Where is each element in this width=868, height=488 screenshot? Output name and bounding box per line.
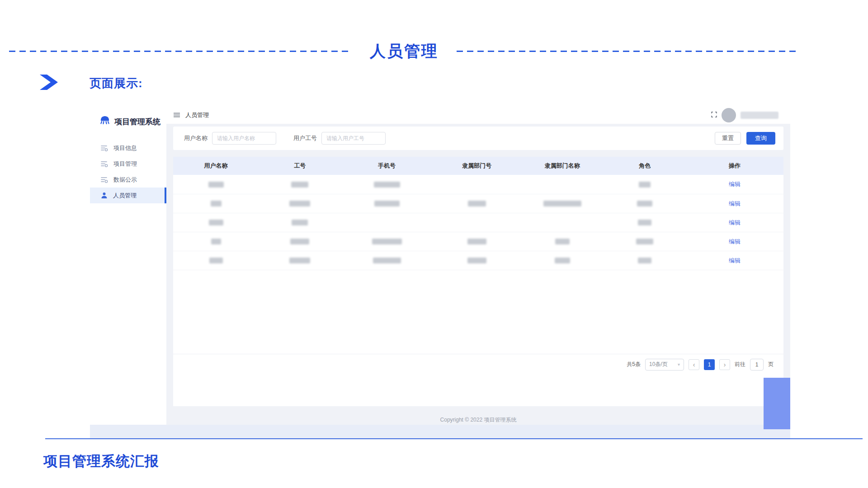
column-header: 隶属部门号 — [433, 157, 521, 175]
userid-input[interactable] — [321, 132, 386, 145]
redacted-cell-value — [208, 182, 224, 188]
sidebar-item-1[interactable]: 项目信息 — [90, 140, 166, 156]
right-dashed-line — [457, 51, 799, 52]
edit-link[interactable]: 编辑 — [729, 181, 741, 188]
app-screenshot: 项目管理系统 项目信息项目管理数据公示人员管理 人员管理 — [90, 107, 790, 438]
table-row: 编辑 — [173, 232, 783, 251]
redacted-cell-value — [467, 239, 486, 244]
chevron-bullet-icon — [40, 75, 58, 92]
redacted-cell-value — [638, 220, 651, 225]
presentation-slide: 人员管理 页面展示: 项目管理系统 项目信息项目管理数据公示人员管理 — [0, 0, 868, 488]
title-band: 人员管理 — [9, 41, 799, 62]
redacted-cell-value — [211, 201, 222, 206]
search-card: 用户名称 用户工号 重置 查询 — [173, 127, 783, 150]
section-label: 页面展示: — [90, 75, 143, 91]
card-bottom-padding — [173, 375, 783, 406]
sidebar-item-label: 项目管理 — [113, 160, 137, 168]
redacted-cell-value — [636, 239, 653, 244]
sidebar-item-4[interactable]: 人员管理 — [90, 188, 166, 203]
redacted-cell-value — [543, 201, 581, 206]
column-header: 角色 — [604, 157, 686, 175]
table-row: 编辑 — [173, 175, 783, 194]
reset-button[interactable]: 重置 — [715, 132, 741, 145]
decorative-blue-rectangle — [764, 378, 790, 429]
redacted-cell-value — [555, 239, 570, 244]
edit-link[interactable]: 编辑 — [729, 219, 741, 226]
logo-row: 项目管理系统 — [90, 107, 166, 128]
copyright: Copyright © 2022 项目管理系统 — [166, 416, 790, 424]
left-dashed-line — [9, 51, 352, 52]
page-size-select[interactable]: 10条/页 ▾ — [645, 359, 684, 371]
column-header: 隶属部门名称 — [521, 157, 604, 175]
userid-field-group: 用户工号 — [293, 132, 386, 145]
column-header: 操作 — [686, 157, 783, 175]
current-page-button[interactable]: 1 — [704, 359, 715, 370]
table-body: 编辑编辑编辑编辑编辑 — [173, 175, 783, 270]
edit-link[interactable]: 编辑 — [729, 257, 741, 264]
table-empty-space — [173, 270, 783, 354]
sidebar-menu: 项目信息项目管理数据公示人员管理 — [90, 140, 166, 203]
table-row: 编辑 — [173, 251, 783, 270]
topbar-right — [711, 108, 778, 122]
pagination-total: 共5条 — [627, 361, 641, 368]
fullscreen-icon[interactable] — [711, 111, 717, 119]
next-page-button[interactable]: › — [719, 359, 730, 370]
column-header: 用户名称 — [173, 157, 259, 175]
logo-text: 项目管理系统 — [114, 117, 160, 127]
list-gear-icon — [101, 161, 108, 167]
column-header: 工号 — [259, 157, 341, 175]
page-unit-label: 页 — [768, 361, 774, 368]
table-row: 编辑 — [173, 194, 783, 213]
query-button[interactable]: 查询 — [746, 132, 775, 145]
prev-page-button[interactable]: ‹ — [689, 359, 699, 370]
sidebar-item-label: 数据公示 — [113, 176, 137, 184]
app-bottom-strip — [90, 425, 790, 438]
userid-label: 用户工号 — [293, 134, 317, 142]
list-gear-icon — [101, 145, 108, 151]
redacted-cell-value — [372, 239, 402, 244]
avatar[interactable] — [722, 108, 736, 122]
report-title: 项目管理系统汇报 — [43, 452, 159, 471]
bottom-divider-line — [45, 438, 863, 439]
table-header-row: 用户名称工号手机号隶属部门号隶属部门名称角色操作 — [173, 157, 783, 175]
redacted-cell-value — [290, 239, 309, 244]
breadcrumb: 人员管理 — [185, 111, 209, 119]
redacted-cell-value — [373, 258, 401, 263]
redacted-cell-value — [289, 258, 310, 263]
sidebar-item-2[interactable]: 项目管理 — [90, 156, 166, 172]
username-input[interactable] — [212, 132, 276, 145]
redacted-cell-value — [292, 220, 308, 225]
username-redacted — [741, 112, 778, 119]
redacted-cell-value — [638, 258, 651, 263]
redacted-cell-value — [374, 201, 400, 206]
redacted-cell-value — [211, 239, 221, 244]
slide-title: 人员管理 — [370, 41, 439, 62]
topbar: 人员管理 — [166, 107, 790, 124]
redacted-cell-value — [468, 201, 486, 206]
redacted-cell-value — [289, 201, 310, 206]
redacted-cell-value — [467, 258, 486, 263]
list-gear-icon — [101, 177, 108, 183]
redacted-cell-value — [209, 258, 223, 263]
goto-label: 前往 — [735, 361, 745, 368]
goto-page-input[interactable] — [750, 359, 764, 371]
redacted-cell-value — [555, 258, 570, 263]
section-row: 页面展示: — [40, 74, 143, 92]
sidebar-item-label: 人员管理 — [113, 192, 137, 200]
redacted-cell-value — [374, 182, 400, 188]
table-card: 用户名称工号手机号隶属部门号隶属部门名称角色操作 编辑编辑编辑编辑编辑 共5条 … — [173, 157, 783, 406]
redacted-cell-value — [637, 201, 652, 206]
collapse-menu-icon[interactable] — [174, 111, 180, 119]
table-row: 编辑 — [173, 213, 783, 232]
username-field-group: 用户名称 — [184, 132, 276, 145]
person-icon — [101, 192, 108, 199]
page-size-value: 10条/页 — [649, 361, 668, 368]
edit-link[interactable]: 编辑 — [729, 238, 741, 245]
search-actions: 重置 查询 — [715, 132, 775, 145]
redacted-cell-value — [209, 220, 223, 225]
jellyfish-logo-icon — [99, 115, 111, 128]
main-content: 人员管理 用户名称 用户工号 — [166, 107, 790, 425]
edit-link[interactable]: 编辑 — [729, 200, 741, 207]
caret-down-icon: ▾ — [678, 362, 680, 367]
sidebar-item-3[interactable]: 数据公示 — [90, 172, 166, 188]
